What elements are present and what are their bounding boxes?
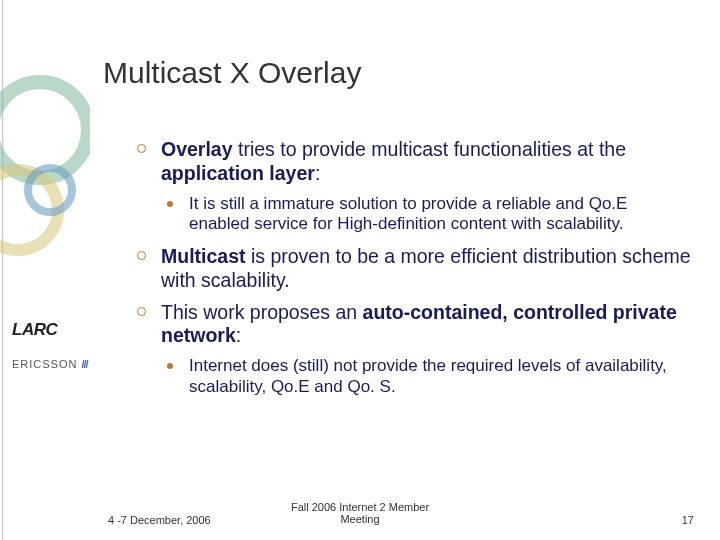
footer-date: 4 -7 December, 2006 — [108, 514, 211, 526]
bullet-item: Multicast is proven to be a more efficie… — [137, 245, 692, 293]
ring-bullet-icon — [137, 307, 146, 316]
bold-text: application layer — [161, 162, 315, 184]
sidebar-logos: LARC ERICSSON/// — [12, 320, 96, 370]
svg-point-2 — [0, 170, 58, 250]
ericsson-bars-icon: /// — [81, 358, 87, 370]
svg-point-3 — [28, 168, 72, 212]
svg-rect-0 — [2, 0, 3, 540]
sub-bullet-item: Internet does (still) not provide the re… — [167, 356, 692, 397]
slide-title: Multicast X Overlay — [103, 56, 361, 90]
svg-point-1 — [0, 82, 88, 178]
slide-body: Overlay tries to provide multicast funct… — [137, 138, 692, 408]
ericsson-logo: ERICSSON/// — [12, 358, 96, 370]
ring-bullet-icon — [137, 144, 146, 153]
ring-bullet-icon — [137, 251, 146, 260]
slide-number: 17 — [682, 514, 694, 526]
sub-bullet-item: It is still a immature solution to provi… — [167, 194, 692, 235]
bold-text: Multicast — [161, 245, 246, 267]
slide-decoration — [0, 0, 90, 540]
dot-bullet-icon — [167, 201, 173, 207]
bullet-item: This work proposes an auto-contained, co… — [137, 301, 692, 349]
bullet-item: Overlay tries to provide multicast funct… — [137, 138, 692, 186]
dot-bullet-icon — [167, 363, 173, 369]
bold-text: Overlay — [161, 138, 233, 160]
larc-logo: LARC — [12, 320, 96, 340]
